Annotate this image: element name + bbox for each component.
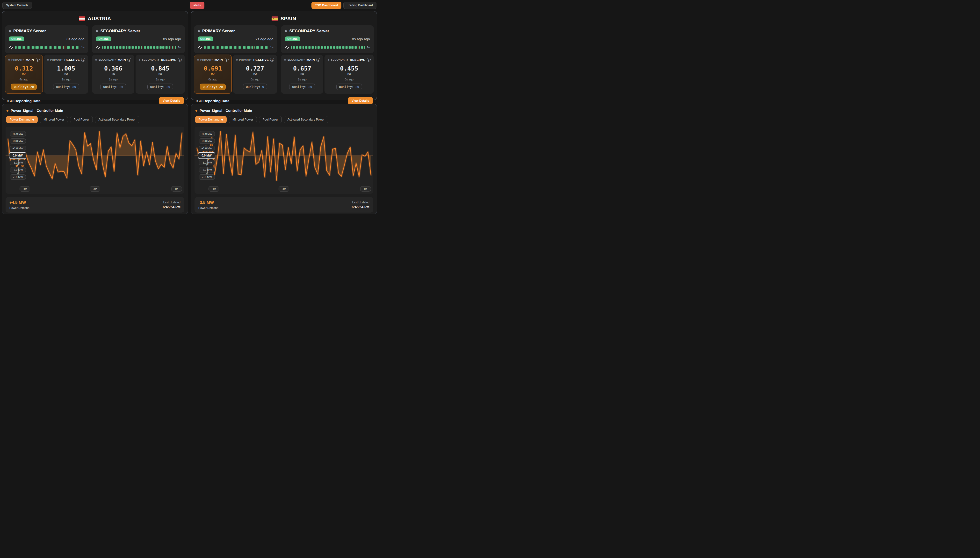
uptime-bars bbox=[204, 46, 268, 49]
tile-group-label: PRIMARY bbox=[50, 58, 63, 61]
uptime-bar bbox=[161, 46, 163, 49]
uptime-bar bbox=[330, 46, 331, 49]
uptime-bar bbox=[123, 46, 124, 49]
x-axis-tick: 59s bbox=[208, 186, 219, 192]
tab-activated-secondary-power[interactable]: Activated Secondary Power bbox=[284, 116, 328, 123]
server-group-primary: PRIMARY Server ONLINE 0s ago ago 1m bbox=[5, 25, 88, 94]
uptime-bar bbox=[46, 46, 47, 49]
uptime-bar bbox=[68, 46, 69, 49]
info-icon[interactable]: i bbox=[178, 58, 182, 62]
uptime-bar bbox=[229, 46, 230, 49]
server-card-primary: PRIMARY Server ONLINE 0s ago ago 1m bbox=[5, 25, 88, 53]
tso-dashboard-button[interactable]: TSO Dashboard bbox=[312, 2, 341, 9]
uptime-bar bbox=[258, 46, 259, 49]
uptime-bar bbox=[116, 46, 117, 49]
uptime-bar bbox=[119, 46, 120, 49]
uptime-bar bbox=[130, 46, 131, 49]
info-icon[interactable]: i bbox=[270, 58, 274, 62]
chart-summary: +4.5 MW Power Demand Last Updated 6:45:5… bbox=[5, 197, 184, 213]
tile-value: 0.455 bbox=[340, 65, 358, 72]
dashboard-switcher: TSO Dashboard Trading Dashboard bbox=[312, 2, 376, 9]
uptime-bar bbox=[63, 46, 64, 49]
metric-tiles: SECONDARY MAIN i 0.366 MW 1s ago Quality… bbox=[92, 54, 185, 94]
uptime-bars bbox=[291, 46, 364, 49]
uptime-bars bbox=[15, 46, 79, 49]
uptime-bar bbox=[352, 46, 353, 49]
uptime-bar bbox=[223, 46, 224, 49]
metric-tile-secondary-reserve[interactable]: SECONDARY RESERVE i 0.455 MW 0s ago Qual… bbox=[325, 54, 374, 94]
tile-group-label: PRIMARY bbox=[239, 58, 252, 61]
country-header-spain: SPAIN bbox=[194, 16, 374, 21]
uptime-bar bbox=[231, 46, 232, 49]
trading-dashboard-button[interactable]: Trading Dashboard bbox=[343, 2, 376, 9]
chart-title: Power Signal - Controller Main bbox=[11, 108, 63, 113]
x-axis-tick: 59s bbox=[20, 186, 30, 192]
metric-tile-secondary-main[interactable]: SECONDARY MAIN i 0.366 MW 1s ago Quality… bbox=[92, 54, 135, 94]
tile-value: 1.005 bbox=[57, 65, 75, 72]
uptime-bar bbox=[105, 46, 106, 49]
uptime-bar bbox=[19, 46, 20, 49]
tile-unit: MW bbox=[64, 73, 68, 76]
server-status-dot bbox=[9, 30, 11, 32]
info-icon[interactable]: i bbox=[36, 58, 39, 62]
quality-badge: Quality: 0 bbox=[243, 84, 267, 90]
info-icon[interactable]: i bbox=[81, 58, 85, 62]
uptime-bar bbox=[140, 46, 140, 49]
uptime-bar bbox=[73, 46, 74, 49]
uptime-bar bbox=[222, 46, 223, 49]
tab-power-demand[interactable]: Power Demand bbox=[6, 116, 38, 123]
tile-dot bbox=[8, 59, 10, 61]
tile-age: 1s ago bbox=[62, 78, 71, 81]
info-icon[interactable]: i bbox=[316, 58, 320, 62]
uptime-bar bbox=[312, 46, 313, 49]
info-icon[interactable]: i bbox=[127, 58, 131, 62]
tile-dot bbox=[197, 59, 199, 61]
chart-tabs: Power Demand Mirrored Power Pool Power A… bbox=[195, 116, 373, 123]
uptime-bar bbox=[253, 46, 254, 49]
tile-unit: MW bbox=[112, 73, 115, 76]
tab-pool-power[interactable]: Pool Power bbox=[259, 116, 282, 123]
uptime-bar bbox=[343, 46, 344, 49]
active-tab-dot bbox=[32, 119, 34, 121]
uptime-bar bbox=[32, 46, 33, 49]
uptime-bar bbox=[53, 46, 53, 49]
chart-tabs: Power Demand Mirrored Power Pool Power A… bbox=[6, 116, 184, 123]
system-controls-button[interactable]: System Controls bbox=[2, 2, 32, 9]
info-icon[interactable]: i bbox=[367, 58, 371, 62]
metric-tile-primary-reserve[interactable]: PRIMARY RESERVE i 1.005 MW 1s ago Qualit… bbox=[44, 54, 89, 94]
metric-tile-primary-main[interactable]: PRIMARY MAIN i 0.691 MW 0s ago Quality: … bbox=[194, 54, 232, 94]
tile-kind-label: MAIN bbox=[215, 58, 223, 62]
view-details-button[interactable]: View Details bbox=[159, 97, 184, 104]
view-details-button[interactable]: View Details bbox=[348, 97, 373, 104]
uptime-bar bbox=[230, 46, 231, 49]
tile-age: 0s ago bbox=[208, 78, 217, 81]
uptime-bar bbox=[319, 46, 320, 49]
uptime-bar bbox=[54, 46, 54, 49]
uptime-bar bbox=[175, 46, 176, 49]
uptime-bar bbox=[67, 46, 68, 49]
uptime-bar bbox=[254, 46, 255, 49]
info-icon[interactable]: i bbox=[225, 58, 228, 62]
online-badge: ONLINE bbox=[9, 36, 24, 41]
uptime-bar bbox=[62, 46, 62, 49]
tab-mirrored-power[interactable]: Mirrored Power bbox=[229, 116, 257, 123]
uptime-bar bbox=[136, 46, 137, 49]
alerts-button[interactable]: alerts bbox=[190, 2, 204, 9]
uptime-bar bbox=[148, 46, 149, 49]
metric-tile-primary-reserve[interactable]: PRIMARY RESERVE i 0.727 MW 0s ago Qualit… bbox=[233, 54, 277, 94]
metric-tile-secondary-main[interactable]: SECONDARY MAIN i 0.657 MW 3s ago Quality… bbox=[281, 54, 323, 94]
tab-pool-power[interactable]: Pool Power bbox=[70, 116, 93, 123]
tab-activated-secondary-power[interactable]: Activated Secondary Power bbox=[95, 116, 140, 123]
uptime-bar bbox=[42, 46, 43, 49]
uptime-window-label: 1m bbox=[81, 46, 84, 49]
metric-tile-secondary-reserve[interactable]: SECONDARY RESERVE i 0.845 MW 1s ago Qual… bbox=[136, 54, 185, 94]
uptime-bar bbox=[216, 46, 217, 49]
uptime-bar bbox=[113, 46, 113, 49]
tile-unit: MW bbox=[159, 73, 162, 76]
uptime-bar bbox=[170, 46, 171, 49]
tab-mirrored-power[interactable]: Mirrored Power bbox=[40, 116, 68, 123]
metric-tile-primary-main[interactable]: PRIMARY MAIN i 0.312 MW 4s ago Quality: … bbox=[5, 54, 43, 94]
tab-power-demand[interactable]: Power Demand bbox=[195, 116, 227, 123]
server-status-dot bbox=[198, 30, 200, 32]
uptime-bar bbox=[141, 46, 142, 49]
